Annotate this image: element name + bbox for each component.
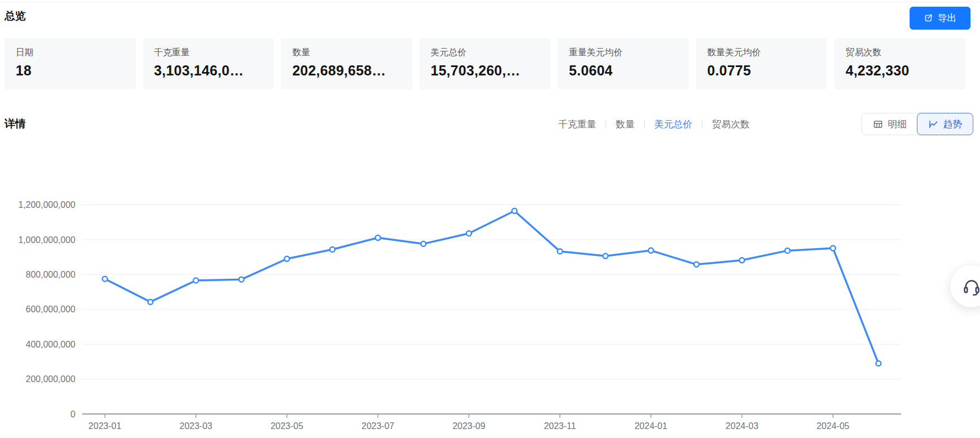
chart-line	[105, 211, 879, 364]
export-button[interactable]: 导出	[910, 7, 971, 30]
x-axis-label: 2023-09	[453, 421, 486, 431]
data-point[interactable]	[785, 248, 790, 253]
view-seg-trend[interactable]: 趋势	[917, 113, 973, 135]
data-point[interactable]	[649, 248, 654, 253]
x-axis-label: 2023-01	[88, 421, 121, 431]
headset-icon	[962, 277, 980, 297]
stat-card-value: 3,103,146,0…	[154, 63, 263, 79]
data-point[interactable]	[558, 249, 563, 254]
stat-cards-row: 日期18千克重量3,103,146,0…数量202,689,658…美元总价15…	[4, 38, 965, 89]
data-point[interactable]	[421, 241, 426, 246]
x-axis-label: 2024-03	[726, 421, 759, 431]
y-axis-label: 200,000,000	[26, 374, 75, 384]
data-point[interactable]	[830, 246, 835, 251]
data-point[interactable]	[239, 277, 244, 282]
data-point[interactable]	[512, 208, 517, 213]
stat-card: 千克重量3,103,146,0…	[143, 38, 274, 89]
detail-header-row: 详情 千克重量数量美元总价贸易次数 明细趋势	[4, 111, 973, 137]
data-point[interactable]	[467, 231, 472, 236]
stat-card-label: 数量	[292, 47, 401, 59]
y-axis-label: 400,000,000	[26, 340, 75, 349]
view-seg-label: 趋势	[943, 118, 962, 131]
x-axis-label: 2023-05	[270, 421, 303, 431]
data-point[interactable]	[330, 247, 335, 252]
stat-card-label: 数量美元均价	[707, 47, 816, 59]
stat-card-value: 15,703,260,…	[431, 63, 540, 79]
data-point[interactable]	[375, 235, 380, 240]
x-axis-label: 2023-11	[544, 421, 576, 431]
metric-tab[interactable]: 数量	[606, 118, 644, 131]
x-axis-label: 2023-07	[361, 421, 394, 431]
x-axis-label: 2024-05	[816, 421, 849, 431]
stat-card-label: 重量美元均价	[569, 47, 678, 59]
metric-tab[interactable]: 贸易次数	[702, 118, 759, 131]
metric-tab[interactable]: 美元总价	[645, 118, 702, 131]
data-point[interactable]	[694, 262, 699, 267]
export-icon	[924, 13, 933, 23]
data-point[interactable]	[102, 277, 107, 282]
y-axis-label: 800,000,000	[26, 270, 75, 279]
export-button-label: 导出	[938, 12, 957, 25]
stat-card: 贸易次数4,232,330	[834, 38, 965, 89]
detail-title: 详情	[4, 117, 26, 131]
stat-card-value: 202,689,658…	[292, 63, 401, 79]
stat-card-label: 千克重量	[154, 47, 263, 59]
stat-card-value: 18	[16, 63, 125, 79]
stat-card-value: 5.0604	[569, 63, 678, 79]
trend-chart: 0200,000,000400,000,000600,000,000800,00…	[0, 142, 980, 438]
stat-card-label: 日期	[16, 47, 125, 59]
y-axis-label: 1,200,000,000	[18, 200, 75, 210]
x-axis-label: 2023-03	[179, 421, 212, 431]
data-point[interactable]	[193, 278, 198, 283]
stat-card: 数量美元均价0.0775	[696, 38, 827, 89]
data-point[interactable]	[148, 299, 153, 304]
stat-card-value: 0.0775	[707, 63, 816, 79]
stat-card: 数量202,689,658…	[281, 38, 412, 89]
y-axis-label: 0	[70, 410, 75, 419]
stat-card-value: 4,232,330	[845, 63, 954, 79]
data-point[interactable]	[739, 258, 744, 263]
line-chart-icon	[928, 119, 939, 130]
data-point[interactable]	[876, 361, 881, 366]
table-icon	[873, 119, 883, 130]
trend-chart-svg: 0200,000,000400,000,000600,000,000800,00…	[0, 142, 980, 438]
stat-card-label: 贸易次数	[845, 47, 954, 59]
stat-card-label: 美元总价	[431, 47, 540, 59]
stat-card: 美元总价15,703,260,…	[420, 38, 551, 89]
view-switch: 明细趋势	[862, 113, 973, 135]
metric-tabs: 千克重量数量美元总价贸易次数	[549, 118, 759, 131]
top-divider	[0, 2, 980, 2]
y-axis-label: 1,000,000,000	[18, 235, 75, 245]
stat-card: 重量美元均价5.0604	[558, 38, 689, 89]
view-seg-label: 明细	[888, 118, 907, 131]
x-axis-label: 2024-01	[635, 421, 668, 431]
metric-tab[interactable]: 千克重量	[549, 118, 606, 131]
data-point[interactable]	[603, 254, 608, 259]
view-seg-detail[interactable]: 明细	[862, 113, 918, 135]
y-axis-label: 600,000,000	[26, 304, 75, 314]
data-point[interactable]	[284, 256, 289, 261]
stat-card: 日期18	[4, 38, 136, 89]
page-title: 总览	[4, 9, 26, 23]
